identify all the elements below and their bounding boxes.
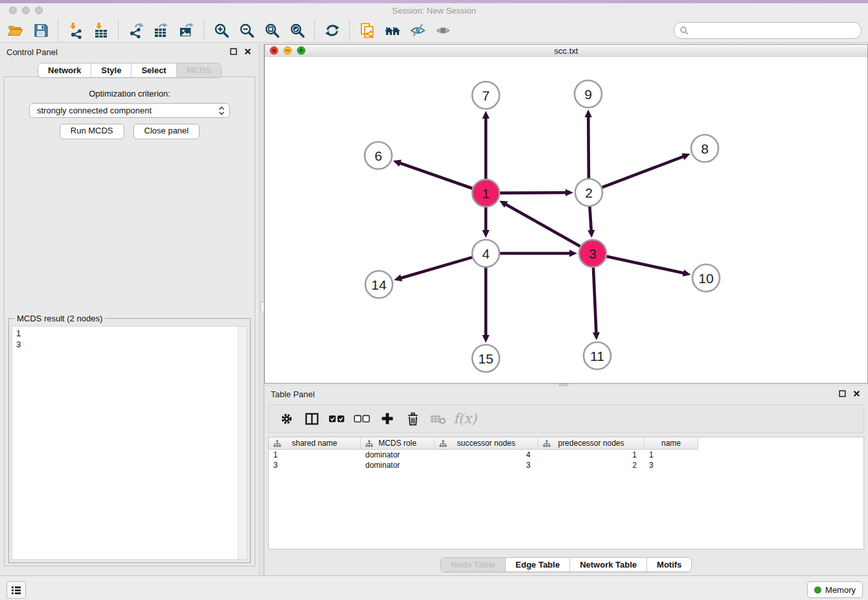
toggle-panes-button[interactable]: [302, 409, 321, 428]
table-row[interactable]: 3dominator323: [269, 460, 863, 470]
clone-network-icon: [359, 22, 376, 39]
table-header-row: shared nameMCDS rolesuccessor nodesprede…: [269, 437, 863, 450]
column-hierarchy-icon: [439, 440, 447, 448]
tab-select[interactable]: Select: [131, 63, 176, 77]
tab-mcds[interactable]: MCDS: [176, 63, 221, 77]
search-icon: [680, 26, 689, 35]
table-cell[interactable]: 3: [645, 460, 698, 470]
column-header-successor-nodes[interactable]: successor nodes: [435, 437, 538, 450]
graph-edge-2-8[interactable]: [602, 156, 685, 187]
zoom-out-button[interactable]: [234, 19, 259, 41]
add-row-button[interactable]: [378, 409, 397, 428]
export-image-button[interactable]: [174, 19, 199, 41]
graph-edge-3-1[interactable]: [505, 204, 580, 247]
graph-node-label: 14: [371, 277, 387, 292]
list-icon: [10, 584, 22, 596]
mcds-result-box[interactable]: 13: [12, 326, 247, 560]
show-all-button[interactable]: [430, 19, 455, 41]
import-network-button[interactable]: [63, 19, 88, 41]
memory-button[interactable]: Memory: [807, 581, 863, 598]
first-neighbors-button[interactable]: [380, 19, 405, 41]
table-cell[interactable]: 4: [435, 450, 538, 460]
table-body: 1dominator4113dominator323: [269, 450, 863, 470]
open-session-button[interactable]: [3, 19, 28, 41]
table-cell[interactable]: 1: [269, 450, 361, 460]
save-floppy-icon: [32, 22, 49, 39]
graph-edge-3-10[interactable]: [606, 257, 684, 273]
export-table-icon: [153, 22, 170, 39]
network-canvas[interactable]: 7968124310141511: [265, 57, 867, 383]
control-panel: Control Panel NetworkStyleSelectMCDS Opt…: [0, 44, 259, 575]
table-cell[interactable]: 2: [538, 460, 645, 470]
clone-network-button[interactable]: [354, 19, 380, 41]
graph-edge-1-2[interactable]: [500, 192, 567, 193]
select-all-columns-button[interactable]: [327, 409, 347, 428]
table-options-button[interactable]: [277, 409, 296, 428]
tab-network[interactable]: Network: [38, 63, 91, 77]
network-window-titlebar[interactable]: scc.txt: [265, 45, 867, 58]
table-cell[interactable]: 1: [538, 450, 645, 460]
zoom-fit-button[interactable]: [259, 19, 284, 41]
import-table-button[interactable]: [88, 19, 113, 41]
delete-table-button[interactable]: [428, 409, 448, 428]
column-header-name[interactable]: name: [645, 437, 698, 450]
tab-node-table[interactable]: Node Table: [441, 558, 505, 571]
import-table-icon: [93, 22, 109, 39]
gear-icon: [280, 412, 293, 426]
run-mcds-button[interactable]: Run MCDS: [60, 124, 124, 139]
hide-selected-button[interactable]: [405, 19, 430, 41]
column-header-MCDS-role[interactable]: MCDS role: [361, 437, 435, 450]
float-panel-icon[interactable]: [839, 390, 846, 397]
delete-row-button[interactable]: [403, 409, 422, 428]
table-toolbar: f(x): [268, 404, 864, 433]
search-input[interactable]: [691, 24, 856, 37]
column-header-shared-name[interactable]: shared name: [269, 437, 361, 450]
export-network-button[interactable]: [123, 19, 148, 41]
column-header-predecessor-nodes[interactable]: predecessor nodes: [538, 437, 645, 450]
table-cell[interactable]: dominator: [361, 450, 435, 460]
mcds-result-list: 13: [16, 328, 21, 350]
table-cell[interactable]: 3: [435, 460, 538, 470]
graph-edge-4-14[interactable]: [400, 257, 472, 278]
graph-node-label: 11: [590, 349, 604, 363]
zoom-in-button[interactable]: [209, 19, 234, 41]
tab-edge-table[interactable]: Edge Table: [505, 558, 569, 571]
tab-motifs[interactable]: Motifs: [646, 558, 691, 571]
result-scrollbar[interactable]: [238, 327, 247, 559]
function-builder-button[interactable]: f(x): [453, 409, 477, 428]
tab-style[interactable]: Style: [91, 63, 131, 77]
zoom-selected-button[interactable]: [284, 19, 310, 41]
graph-edge-1-6[interactable]: [399, 163, 472, 189]
task-history-button[interactable]: [6, 581, 26, 599]
graph-edge-2-3[interactable]: [589, 207, 591, 231]
save-session-button[interactable]: [28, 19, 53, 41]
graph-edge-arrowhead: [588, 230, 595, 238]
zoom-out-icon: [238, 22, 255, 39]
refresh-layout-button[interactable]: [319, 19, 345, 41]
table-cell[interactable]: dominator: [361, 460, 435, 470]
graph-node-label: 1: [482, 186, 490, 201]
close-panel-icon[interactable]: [244, 48, 251, 55]
float-panel-icon[interactable]: [230, 48, 237, 55]
table-cell[interactable]: 3: [269, 460, 361, 470]
close-panel-icon[interactable]: [853, 390, 860, 397]
table-row[interactable]: 1dominator411: [269, 450, 863, 460]
deselect-all-columns-button[interactable]: [352, 409, 372, 428]
graph-edge-2-9[interactable]: [588, 116, 589, 178]
toolbar-separator: [314, 21, 315, 40]
graph-edge-arrowhead: [569, 249, 577, 257]
graph-edge-3-11[interactable]: [593, 268, 597, 334]
memory-status-dot: [814, 586, 821, 594]
vertical-splitter[interactable]: [259, 44, 264, 575]
trash-icon: [406, 412, 420, 426]
graph-edge-arrowhead: [482, 111, 489, 119]
import-network-icon: [67, 22, 84, 39]
close-panel-button[interactable]: Close panel: [133, 124, 200, 139]
export-table-button[interactable]: [148, 19, 174, 41]
criterion-dropdown[interactable]: strongly connected component: [29, 103, 230, 118]
refresh-icon: [324, 22, 341, 39]
table-cell[interactable]: 1: [645, 450, 698, 460]
main-toolbar: [0, 18, 868, 43]
tab-network-table[interactable]: Network Table: [569, 558, 646, 571]
checked-boxes-icon: [328, 414, 345, 424]
